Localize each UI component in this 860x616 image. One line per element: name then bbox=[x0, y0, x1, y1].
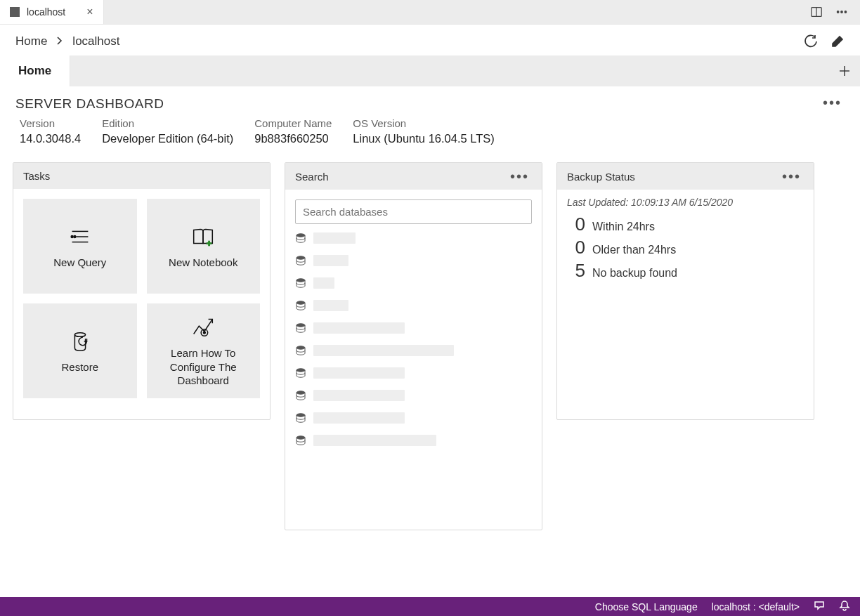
database-icon bbox=[295, 435, 306, 445]
prop-computer-label: Computer Name bbox=[254, 117, 332, 129]
search-input[interactable] bbox=[295, 199, 532, 224]
svg-point-4 bbox=[845, 11, 847, 13]
prop-edition-value: Developer Edition (64-bit) bbox=[102, 132, 233, 145]
database-list bbox=[295, 230, 532, 449]
backup-row[interactable]: 0Within 24hrs bbox=[571, 214, 800, 235]
database-item[interactable] bbox=[295, 297, 532, 314]
feedback-icon[interactable] bbox=[814, 600, 825, 613]
new-query-tile[interactable]: New Query bbox=[23, 199, 137, 294]
tab-home-label: Home bbox=[18, 64, 51, 78]
notebook-icon bbox=[189, 223, 217, 250]
svg-point-3 bbox=[841, 11, 843, 13]
database-name-redacted bbox=[313, 345, 454, 356]
new-notebook-label: New Notebook bbox=[169, 256, 237, 270]
svg-point-21 bbox=[297, 324, 305, 327]
svg-point-25 bbox=[297, 414, 305, 417]
server-icon bbox=[10, 7, 20, 17]
svg-point-23 bbox=[297, 369, 305, 372]
prop-computer-value: 9b883f660250 bbox=[254, 132, 332, 145]
database-icon bbox=[295, 323, 306, 333]
breadcrumb-row: Home localhost bbox=[0, 25, 860, 55]
search-more-icon[interactable]: ••• bbox=[507, 170, 532, 183]
backup-row[interactable]: 0Older than 24hrs bbox=[571, 237, 800, 258]
prop-version-label: Version bbox=[20, 117, 81, 129]
configure-label: Learn How To Configure The Dashboard bbox=[151, 346, 256, 388]
database-name-redacted bbox=[313, 435, 436, 446]
database-icon bbox=[295, 368, 306, 378]
backup-label: No backup found bbox=[592, 267, 677, 280]
editor-tab-localhost[interactable]: localhost × bbox=[0, 0, 104, 24]
status-connection[interactable]: localhost : <default> bbox=[712, 601, 800, 612]
svg-point-17 bbox=[297, 234, 305, 237]
dashboard-more-icon[interactable]: ••• bbox=[820, 96, 845, 109]
backup-title: Backup Status bbox=[567, 171, 635, 183]
database-item[interactable] bbox=[295, 275, 532, 291]
editor-tab-title: localhost bbox=[27, 6, 65, 18]
database-name-redacted bbox=[313, 367, 405, 379]
database-item[interactable] bbox=[295, 342, 532, 359]
status-sql-language[interactable]: Choose SQL Language bbox=[595, 601, 698, 612]
database-name-redacted bbox=[313, 390, 405, 401]
database-name-redacted bbox=[313, 232, 356, 244]
breadcrumb-root[interactable]: Home bbox=[15, 34, 47, 48]
database-icon bbox=[295, 256, 306, 266]
restore-icon bbox=[66, 328, 94, 355]
backup-count: 5 bbox=[571, 260, 585, 282]
database-item[interactable] bbox=[295, 432, 532, 449]
database-item[interactable] bbox=[295, 252, 532, 269]
svg-point-24 bbox=[297, 391, 305, 394]
tasks-widget: Tasks New Query N bbox=[13, 162, 271, 420]
new-query-label: New Query bbox=[53, 256, 106, 270]
chevron-right-icon bbox=[56, 34, 64, 48]
svg-point-2 bbox=[837, 11, 839, 13]
svg-point-20 bbox=[297, 301, 305, 304]
prop-edition-label: Edition bbox=[102, 117, 233, 129]
chart-gear-icon bbox=[189, 314, 217, 341]
database-icon bbox=[295, 346, 306, 355]
database-item[interactable] bbox=[295, 320, 532, 336]
database-item[interactable] bbox=[295, 387, 532, 404]
svg-point-18 bbox=[297, 256, 305, 259]
database-name-redacted bbox=[313, 412, 405, 424]
search-widget: Search ••• bbox=[285, 162, 542, 530]
more-actions-icon[interactable] bbox=[835, 5, 849, 19]
svg-point-14 bbox=[74, 332, 85, 336]
database-name-redacted bbox=[313, 322, 405, 334]
close-icon[interactable]: × bbox=[86, 6, 93, 18]
prop-version-value: 14.0.3048.4 bbox=[20, 132, 81, 145]
database-item[interactable] bbox=[295, 365, 532, 381]
dashboard-tabs: Home bbox=[0, 55, 860, 86]
search-title: Search bbox=[295, 171, 329, 183]
database-icon bbox=[295, 391, 306, 400]
dashboard-title: SERVER DASHBOARD bbox=[15, 96, 164, 112]
editor-tabstrip: localhost × bbox=[0, 0, 860, 25]
database-icon bbox=[295, 278, 306, 288]
database-item[interactable] bbox=[295, 409, 532, 426]
restore-tile[interactable]: Restore bbox=[23, 303, 137, 398]
backup-updated: Last Updated: 10:09:13 AM 6/15/2020 bbox=[557, 190, 814, 208]
new-notebook-tile[interactable]: New Notebook bbox=[147, 199, 261, 294]
breadcrumb-current[interactable]: localhost bbox=[72, 34, 119, 48]
tab-home[interactable]: Home bbox=[0, 55, 70, 86]
svg-point-19 bbox=[297, 279, 305, 282]
edit-icon[interactable] bbox=[830, 34, 845, 48]
svg-point-16 bbox=[204, 332, 206, 334]
add-tab-button[interactable] bbox=[829, 64, 860, 78]
backup-row[interactable]: 5No backup found bbox=[571, 260, 800, 282]
database-item[interactable] bbox=[295, 230, 532, 247]
tasks-title: Tasks bbox=[23, 170, 50, 182]
status-bar: Choose SQL Language localhost : <default… bbox=[0, 597, 860, 616]
database-name-redacted bbox=[313, 277, 334, 289]
backup-more-icon[interactable]: ••• bbox=[779, 170, 804, 183]
database-name-redacted bbox=[313, 255, 348, 266]
refresh-icon[interactable] bbox=[804, 34, 818, 48]
breadcrumb: Home localhost bbox=[15, 34, 119, 48]
prop-os-label: OS Version bbox=[353, 117, 494, 129]
backup-count: 0 bbox=[571, 214, 585, 235]
bell-icon[interactable] bbox=[839, 600, 850, 613]
database-icon bbox=[295, 413, 306, 423]
query-icon bbox=[66, 223, 94, 250]
split-editor-icon[interactable] bbox=[809, 5, 823, 19]
configure-dashboard-tile[interactable]: Learn How To Configure The Dashboard bbox=[147, 303, 261, 398]
backup-status-widget: Backup Status ••• Last Updated: 10:09:13… bbox=[556, 162, 814, 420]
